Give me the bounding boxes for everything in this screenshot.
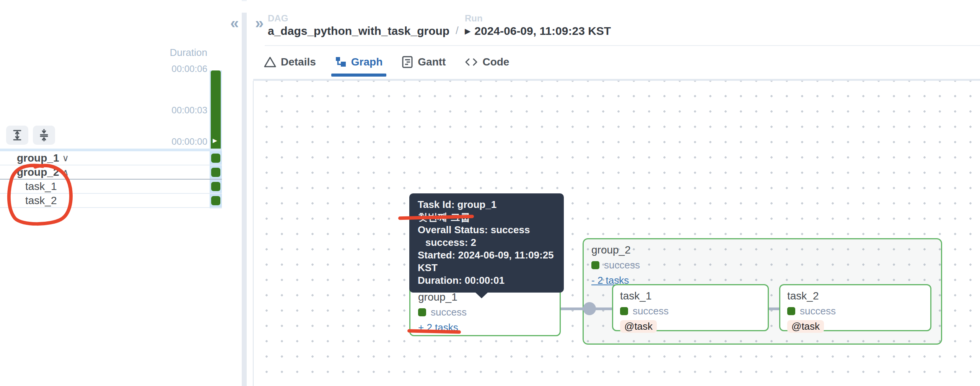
- row-label: task_2: [25, 195, 57, 207]
- warning-triangle-icon: [264, 56, 276, 68]
- row-label: group_1: [17, 152, 59, 164]
- breadcrumb-separator: /: [456, 25, 459, 38]
- success-status-square: [620, 307, 628, 315]
- success-status-square: [418, 308, 426, 316]
- expand-all-rows-button[interactable]: [6, 126, 28, 145]
- node-status-label: success: [431, 306, 467, 318]
- node-status-label: success: [633, 305, 669, 317]
- tab-bar: Details Graph Gantt: [264, 56, 509, 70]
- header-divider: [265, 45, 980, 46]
- graph-icon: [335, 56, 347, 68]
- gantt-icon: [402, 56, 413, 68]
- collapse-rows-icon: [38, 129, 50, 141]
- success-status-square[interactable]: [211, 168, 220, 177]
- sidebar-row-task-2[interactable]: task_2: [0, 194, 222, 208]
- task-node-task-1[interactable]: task_1 success @task: [612, 284, 769, 331]
- task-decorator-badge: @task: [620, 320, 657, 333]
- run-timestamp: 2024-06-09, 11:09:23 KST: [474, 25, 611, 38]
- graph-canvas[interactable]: group_2 success - 2 tasks group_1 succes…: [253, 81, 980, 386]
- tab-graph[interactable]: Graph: [335, 56, 383, 70]
- run-label: Run: [465, 13, 611, 24]
- success-status-square[interactable]: [211, 196, 220, 205]
- edge-junction-dot: [583, 302, 596, 315]
- duration-tick: 00:00:00: [172, 136, 207, 147]
- expand-tasks-link[interactable]: + 2 tasks: [418, 322, 458, 334]
- success-status-square: [591, 261, 599, 269]
- tab-code[interactable]: Code: [465, 56, 509, 70]
- airflow-app: « Duration 00:00:06 00:00:03 00:00:00 ▶: [0, 0, 980, 386]
- play-icon: ▶: [465, 26, 470, 36]
- node-title: group_2: [591, 244, 933, 256]
- run-play-icon: ▶: [213, 137, 217, 144]
- duration-axis-label: Duration: [170, 47, 207, 59]
- breadcrumb: DAG a_dags_python_with_task_group / Run …: [268, 13, 611, 38]
- tooltip-task-id: Task Id: group_1: [418, 198, 555, 211]
- node-status-label: success: [800, 305, 836, 317]
- task-decorator-badge: @task: [787, 320, 824, 333]
- sidebar-row-group-1[interactable]: group_1 ∨: [0, 151, 222, 165]
- success-status-square[interactable]: [211, 182, 220, 191]
- node-status-label: success: [604, 259, 640, 271]
- node-title: task_1: [620, 290, 761, 302]
- dag-label: DAG: [268, 13, 449, 24]
- row-label: task_1: [25, 180, 57, 193]
- collapse-panel-icon[interactable]: «: [226, 15, 243, 32]
- duration-tick: 00:00:06: [172, 64, 207, 74]
- duration-tick: 00:00:03: [172, 105, 207, 116]
- task-tooltip: Task Id: group_1 첫번째 그룹 Overall Status: …: [409, 193, 564, 293]
- collapse-all-rows-button[interactable]: [33, 126, 55, 145]
- grid-sidebar: « Duration 00:00:06 00:00:03 00:00:00 ▶: [0, 0, 242, 386]
- success-status-square[interactable]: [211, 154, 220, 163]
- dag-name-link[interactable]: a_dags_python_with_task_group: [268, 25, 449, 38]
- task-node-task-2[interactable]: task_2 success @task: [779, 284, 931, 331]
- main-panel: » DAG a_dags_python_with_task_group / Ru…: [247, 0, 980, 386]
- tooltip-overall-status: Overall Status: success: [418, 224, 555, 236]
- tooltip-success-count: success: 2: [418, 236, 555, 249]
- tab-details[interactable]: Details: [264, 56, 316, 70]
- expand-rows-icon: [11, 129, 23, 141]
- success-status-square: [787, 307, 795, 315]
- row-label: group_2: [17, 166, 59, 178]
- edge-task1-to-task2: [769, 307, 780, 310]
- task-instance-list: group_1 ∨ group_2 ∧ task_1 task_2: [0, 151, 222, 208]
- code-icon: [465, 56, 478, 68]
- expand-panel-icon[interactable]: »: [251, 15, 267, 32]
- node-title: task_2: [787, 290, 923, 302]
- chevron-down-icon[interactable]: ∨: [62, 153, 69, 164]
- sidebar-row-task-1[interactable]: task_1: [0, 180, 222, 194]
- panel-resize-handle[interactable]: [242, 13, 247, 386]
- tooltip-started: Started: 2024-06-09, 11:09:25 KST: [418, 249, 555, 274]
- run-link[interactable]: ▶ 2024-06-09, 11:09:23 KST: [465, 25, 611, 38]
- dag-total-row[interactable]: [0, 149, 222, 151]
- chevron-up-icon[interactable]: ∧: [62, 167, 69, 178]
- sidebar-row-group-2[interactable]: group_2 ∧: [0, 165, 222, 180]
- tooltip-description: 첫번째 그룹: [418, 211, 555, 224]
- tooltip-duration: Duration: 00:00:01: [418, 274, 555, 287]
- tab-gantt[interactable]: Gantt: [402, 56, 446, 70]
